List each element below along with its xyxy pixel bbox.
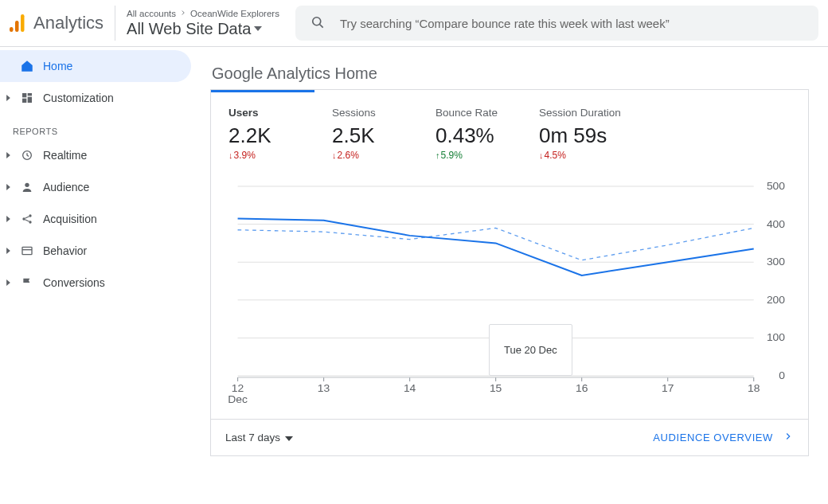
caret-right-icon — [5, 152, 11, 158]
metric-delta: 2.6% — [332, 150, 435, 161]
search-icon — [310, 14, 326, 33]
home-icon — [19, 59, 35, 73]
main: Google Analytics Home Users 2.2K 3.9% Se… — [191, 47, 828, 504]
caret-right-icon — [5, 248, 11, 254]
caret-right-icon — [5, 279, 11, 286]
metrics-row: Users 2.2K 3.9% Sessions 2.5K 2.6% Bounc… — [211, 92, 808, 161]
person-icon — [19, 181, 35, 193]
sidebar-item-acquisition[interactable]: Acquisition — [0, 203, 191, 235]
metric-label: Session Duration — [539, 107, 666, 119]
overview-card: Users 2.2K 3.9% Sessions 2.5K 2.6% Bounc… — [210, 89, 809, 456]
svg-text:100: 100 — [767, 332, 785, 343]
svg-text:18: 18 — [748, 383, 760, 394]
metric-label: Users — [228, 107, 332, 119]
svg-text:17: 17 — [662, 383, 674, 394]
svg-rect-5 — [22, 93, 26, 97]
svg-point-3 — [313, 17, 321, 25]
clock-icon — [19, 149, 35, 162]
overview-link-label: AUDIENCE OVERVIEW — [653, 432, 773, 443]
sidebar-item-label: Acquisition — [43, 213, 97, 225]
sidebar-item-audience[interactable]: Audience — [0, 171, 191, 203]
svg-text:300: 300 — [767, 256, 785, 268]
caret-down-icon — [254, 26, 262, 31]
account-picker[interactable]: All accounts OceanWide Explorers All Web… — [115, 9, 291, 38]
metric-delta: 3.9% — [228, 150, 332, 161]
chevron-right-icon — [179, 9, 187, 18]
caret-right-icon — [5, 216, 11, 222]
svg-text:16: 16 — [576, 383, 588, 394]
sidebar: Home Customization REPORTS Realtime Au — [0, 47, 191, 504]
metric-delta: 4.5% — [539, 150, 666, 161]
flag-icon — [19, 276, 35, 289]
metric-label: Sessions — [332, 107, 435, 119]
svg-rect-1 — [15, 21, 19, 32]
caret-down-icon — [285, 432, 293, 443]
caret-right-icon — [5, 95, 11, 101]
svg-rect-2 — [21, 14, 25, 32]
sidebar-item-label: Conversions — [43, 276, 105, 289]
dashboard-icon — [19, 92, 35, 104]
svg-text:13: 13 — [318, 383, 330, 394]
svg-text:400: 400 — [767, 219, 785, 230]
svg-text:14: 14 — [404, 383, 416, 394]
breadcrumb-account: OceanWide Explorers — [190, 9, 279, 18]
ga-logo-icon — [10, 14, 25, 32]
page-title: Google Analytics Home — [212, 64, 809, 83]
share-icon — [19, 213, 35, 225]
svg-text:0: 0 — [779, 370, 785, 381]
metric-delta: 5.9% — [435, 150, 539, 161]
behavior-icon — [19, 244, 35, 257]
logo-block: Analytics — [10, 6, 115, 41]
sidebar-item-label: Home — [43, 60, 72, 72]
chart-container: 010020030040050012Dec131415161718 Tue 20… — [211, 161, 808, 419]
svg-rect-8 — [22, 99, 26, 103]
sidebar-item-conversions[interactable]: Conversions — [0, 267, 191, 299]
metric-value: 2.5K — [332, 123, 435, 148]
sidebar-item-customization[interactable]: Customization — [0, 82, 191, 114]
date-range-picker[interactable]: Last 7 days — [225, 432, 293, 443]
metric-bounce-rate[interactable]: Bounce Rate 0.43% 5.9% — [435, 107, 539, 161]
sidebar-item-label: Customization — [43, 92, 114, 104]
svg-rect-6 — [28, 93, 32, 96]
metric-value: 0.43% — [435, 123, 539, 148]
svg-text:12: 12 — [232, 383, 244, 394]
header: Analytics All accounts OceanWide Explore… — [0, 0, 828, 47]
sidebar-item-realtime[interactable]: Realtime — [0, 139, 191, 171]
brand-text: Analytics — [33, 13, 104, 33]
metric-value: 2.2K — [228, 123, 332, 148]
sidebar-item-label: Realtime — [43, 149, 87, 162]
svg-point-10 — [25, 183, 29, 187]
svg-text:Dec: Dec — [228, 394, 248, 405]
svg-text:500: 500 — [767, 181, 785, 192]
users-line-chart[interactable]: 010020030040050012Dec131415161718 — [228, 175, 791, 414]
search-input[interactable] — [340, 17, 804, 30]
sidebar-item-label: Audience — [43, 181, 89, 193]
sidebar-item-behavior[interactable]: Behavior — [0, 235, 191, 267]
svg-line-4 — [319, 24, 322, 27]
chevron-right-icon — [783, 431, 794, 444]
metric-users[interactable]: Users 2.2K 3.9% — [228, 107, 332, 161]
sidebar-item-label: Behavior — [43, 244, 87, 257]
svg-text:15: 15 — [490, 383, 502, 394]
metric-session-duration[interactable]: Session Duration 0m 59s 4.5% — [539, 107, 666, 161]
metric-value: 0m 59s — [539, 123, 666, 148]
metric-sessions[interactable]: Sessions 2.5K 2.6% — [332, 107, 435, 161]
svg-rect-7 — [28, 97, 32, 103]
view-name: All Web Site Data — [127, 20, 251, 38]
sidebar-section-reports: REPORTS — [0, 114, 191, 139]
svg-text:200: 200 — [767, 295, 785, 306]
card-footer: Last 7 days AUDIENCE OVERVIEW — [211, 419, 808, 455]
svg-rect-0 — [10, 27, 14, 32]
date-range-label: Last 7 days — [225, 432, 280, 443]
caret-right-icon — [5, 184, 11, 190]
sidebar-item-home[interactable]: Home — [0, 50, 191, 82]
audience-overview-link[interactable]: AUDIENCE OVERVIEW — [653, 431, 794, 444]
breadcrumb-root: All accounts — [127, 9, 176, 18]
svg-rect-14 — [22, 247, 32, 254]
breadcrumb: All accounts OceanWide Explorers — [127, 9, 279, 18]
metric-label: Bounce Rate — [435, 107, 539, 119]
search-bar[interactable] — [295, 6, 818, 41]
